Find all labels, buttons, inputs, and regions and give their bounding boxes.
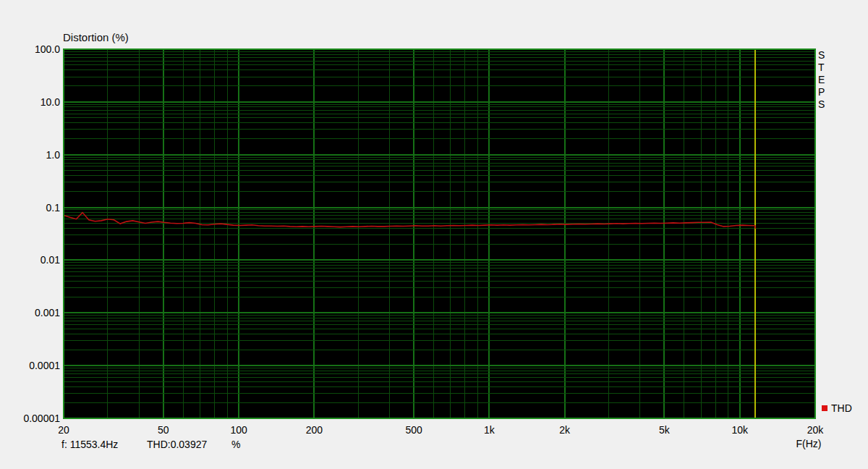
y-tick-label: 100.0: [0, 43, 60, 55]
steps-letter: S: [818, 49, 828, 62]
x-tick-label: 10k: [718, 424, 762, 436]
thd-trace: [64, 213, 756, 229]
steps-letter: S: [818, 98, 828, 111]
steps-letter: P: [818, 86, 828, 98]
y-tick-label: 0.1: [0, 202, 60, 214]
thd-legend-swatch-icon: [822, 405, 827, 411]
y-tick-label: 0.001: [0, 307, 60, 318]
cursor-thd-readout: THD:0.03927: [147, 439, 207, 450]
legend: THD: [822, 402, 852, 414]
chart-title: Distortion (%): [63, 31, 129, 43]
y-tick-label: 0.00001: [0, 413, 60, 424]
y-tick-label: 0.0001: [0, 360, 60, 371]
x-tick-label: 50: [142, 424, 185, 436]
x-tick-label: 5k: [642, 424, 686, 436]
cursor-thd-unit: %: [231, 439, 240, 450]
plot-area[interactable]: [64, 49, 815, 418]
x-tick-label: 1k: [467, 424, 511, 436]
y-tick-label: 1.0: [0, 149, 60, 161]
cursor-frequency-readout: f: 11553.4Hz: [61, 439, 118, 450]
y-tick-label: 10.0: [0, 96, 60, 108]
x-tick-label: 100: [217, 424, 260, 436]
steps-letter: E: [818, 74, 828, 86]
x-tick-label: 200: [292, 424, 336, 436]
x-tick-label: 20: [42, 424, 85, 436]
steps-vertical-label: STEPS: [818, 49, 828, 111]
distortion-plot[interactable]: [64, 49, 815, 418]
x-tick-label: 2k: [543, 424, 587, 436]
x-tick-label: 20k: [793, 424, 837, 436]
thd-legend-label: THD: [831, 402, 852, 414]
x-axis-unit-label: F(Hz): [787, 438, 830, 449]
x-tick-label: 500: [392, 424, 435, 436]
y-tick-label: 0.01: [0, 254, 60, 266]
steps-letter: T: [818, 62, 828, 74]
